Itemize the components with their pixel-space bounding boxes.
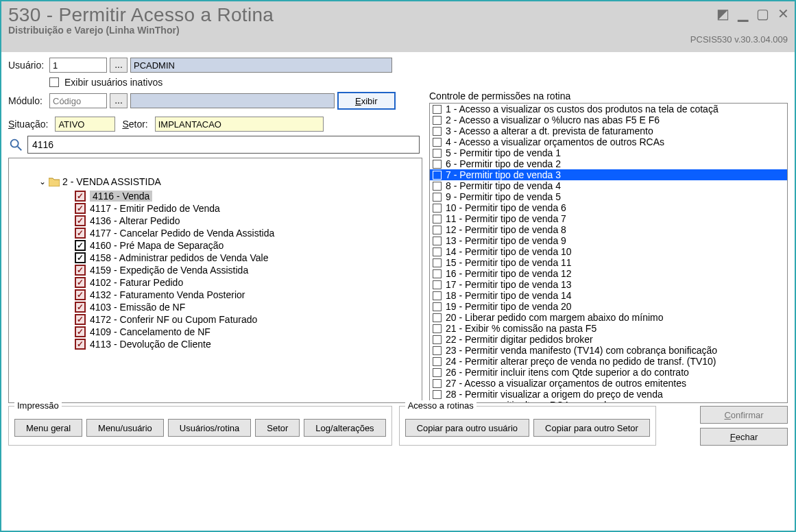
- tree-item[interactable]: ✓4103 - Emissão de NF: [9, 301, 422, 313]
- exibir-inativos-checkbox[interactable]: [49, 77, 59, 87]
- search-icon[interactable]: [8, 137, 23, 152]
- confirm-button[interactable]: Confirmar: [700, 406, 788, 424]
- permission-checkbox[interactable]: [433, 237, 442, 245]
- tree-item[interactable]: ✓4113 - Devolução de Cliente: [9, 338, 422, 350]
- chevron-down-icon[interactable]: ⌄: [39, 177, 46, 186]
- permission-checkbox[interactable]: [433, 313, 442, 322]
- permission-item[interactable]: 3 - Acesso a alterar a dt. prevista de f…: [430, 125, 787, 136]
- permission-item[interactable]: 1 - Acesso a visualizar os custos dos pr…: [430, 104, 787, 114]
- print-button[interactable]: Log/alterações: [304, 419, 385, 437]
- permission-item[interactable]: 5 - Permitir tipo de venda 1: [430, 147, 787, 158]
- permission-checkbox[interactable]: [433, 171, 442, 180]
- permission-checkbox[interactable]: [433, 379, 442, 388]
- tree-checkbox-icon[interactable]: ✓: [75, 240, 86, 251]
- permission-item[interactable]: 26 - Permitir incluir itens com Qtde sup…: [430, 367, 787, 378]
- print-button[interactable]: Menu/usuário: [86, 419, 164, 437]
- permission-item[interactable]: 4 - Acesso a visualizar orçamentos de ou…: [430, 136, 787, 147]
- access-button[interactable]: Copiar para outro usuário: [405, 419, 529, 437]
- permission-item[interactable]: 24 - Permitir alterar preço de venda no …: [430, 356, 787, 367]
- tree-item[interactable]: ✓4102 - Faturar Pedido: [9, 276, 422, 289]
- permission-item[interactable]: 29 - Não permitir alterar RCA na venda: [430, 400, 787, 403]
- permission-item[interactable]: 11 - Permitir tipo de venda 7: [430, 213, 787, 224]
- modulo-lookup-button[interactable]: ...: [110, 93, 128, 108]
- tree-item[interactable]: ✓4172 - Conferir NF ou Cupom Faturado: [9, 313, 422, 326]
- search-input[interactable]: [27, 136, 420, 154]
- permission-checkbox[interactable]: [433, 215, 442, 223]
- situacao-input[interactable]: [55, 117, 115, 132]
- tree-checkbox-icon[interactable]: ✓: [75, 228, 86, 239]
- routine-tree[interactable]: ⌄ 2 - VENDA ASSISTIDA ✓4116 - Venda✓4117…: [8, 158, 422, 403]
- usuario-lookup-button[interactable]: ...: [110, 58, 128, 73]
- close-icon[interactable]: ✕: [777, 7, 789, 21]
- permission-checkbox[interactable]: [433, 280, 442, 289]
- permission-checkbox[interactable]: [433, 269, 442, 278]
- permission-item[interactable]: 19 - Permitir tipo de venda 20: [430, 301, 787, 312]
- permission-item[interactable]: 8 - Permitir tipo de venda 4: [430, 180, 787, 191]
- permission-checkbox[interactable]: [433, 390, 442, 399]
- permission-item[interactable]: 23 - Permitir venda manifesto (TV14) com…: [430, 345, 787, 356]
- tree-checkbox-icon[interactable]: ✓: [75, 191, 86, 202]
- permission-item[interactable]: 22 - Permitir digitar pedidos broker: [430, 334, 787, 345]
- permission-item[interactable]: 9 - Permitir tipo de venda 5: [430, 191, 787, 202]
- tree-item[interactable]: ✓4132 - Faturamento Venda Posterior: [9, 289, 422, 301]
- permission-checkbox[interactable]: [433, 368, 442, 377]
- maximize-icon[interactable]: ▢: [756, 7, 769, 21]
- permission-checkbox[interactable]: [433, 247, 442, 256]
- tree-checkbox-icon[interactable]: ✓: [75, 215, 86, 226]
- access-button[interactable]: Copiar para outro Setor: [533, 419, 650, 437]
- tree-checkbox-icon[interactable]: ✓: [75, 277, 86, 288]
- permission-checkbox[interactable]: [433, 204, 442, 213]
- usuario-name-input[interactable]: [130, 58, 392, 73]
- permission-checkbox[interactable]: [433, 160, 442, 169]
- permission-item[interactable]: 7 - Permitir tipo de venda 3: [430, 169, 787, 180]
- permission-item[interactable]: 13 - Permitir tipo de venda 9: [430, 235, 787, 246]
- tree-item[interactable]: ✓4160 - Pré Mapa de Separação: [9, 239, 422, 252]
- permission-item[interactable]: 12 - Permitir tipo de venda 8: [430, 224, 787, 235]
- permission-item[interactable]: 15 - Permitir tipo de venda 11: [430, 257, 787, 268]
- permission-checkbox[interactable]: [433, 193, 442, 202]
- print-button[interactable]: Usuários/rotina: [168, 419, 251, 437]
- permission-item[interactable]: 27 - Acesso a visualizar orçamentos de o…: [430, 378, 787, 389]
- tree-item[interactable]: ✓4116 - Venda: [9, 190, 422, 202]
- modulo-name-input[interactable]: [130, 93, 335, 108]
- tree-item[interactable]: ✓4109 - Cancelamento de NF: [9, 326, 422, 338]
- tree-checkbox-icon[interactable]: ✓: [75, 326, 86, 337]
- permission-checkbox[interactable]: [433, 226, 442, 234]
- permission-checkbox[interactable]: [433, 302, 442, 311]
- tree-checkbox-icon[interactable]: ✓: [75, 289, 86, 300]
- permission-checkbox[interactable]: [433, 182, 442, 191]
- permission-item[interactable]: 6 - Permitir tipo de venda 2: [430, 158, 787, 169]
- modulo-code-input[interactable]: [49, 93, 107, 108]
- permission-checkbox[interactable]: [433, 138, 442, 147]
- permission-checkbox[interactable]: [433, 149, 442, 158]
- permission-item[interactable]: 10 - Permitir tipo de venda 6: [430, 202, 787, 213]
- print-button[interactable]: Menu geral: [14, 419, 82, 437]
- tree-item[interactable]: ✓4117 - Emitir Pedido de Venda: [9, 202, 422, 215]
- permission-item[interactable]: 16 - Permitir tipo de venda 12: [430, 268, 787, 279]
- usuario-code-input[interactable]: [49, 58, 107, 73]
- tree-checkbox-icon[interactable]: ✓: [75, 339, 86, 350]
- permission-item[interactable]: 14 - Permitir tipo de venda 10: [430, 246, 787, 257]
- tree-item[interactable]: ✓4159 - Expedição de Venda Assistida: [9, 264, 422, 276]
- permission-checkbox[interactable]: [433, 291, 442, 300]
- tree-checkbox-icon[interactable]: ✓: [75, 265, 86, 276]
- permission-checkbox[interactable]: [433, 346, 442, 355]
- tree-folder[interactable]: ⌄ 2 - VENDA ASSISTIDA: [9, 175, 422, 190]
- permission-item[interactable]: 20 - Liberar pedido com margem abaixo do…: [430, 312, 787, 323]
- permission-checkbox[interactable]: [433, 335, 442, 344]
- permission-checkbox[interactable]: [433, 324, 442, 333]
- minimize-icon[interactable]: ▁: [738, 7, 748, 21]
- close-button[interactable]: Fechar: [700, 428, 788, 446]
- permission-item[interactable]: 2 - Acesso a visualizar o %lucro nas aba…: [430, 114, 787, 125]
- permission-checkbox[interactable]: [433, 127, 442, 136]
- permission-item[interactable]: 21 - Exibir % comissão na pasta F5: [430, 323, 787, 334]
- setor-input[interactable]: [155, 117, 324, 132]
- permission-checkbox[interactable]: [433, 105, 442, 114]
- permission-checkbox[interactable]: [433, 357, 442, 366]
- permission-item[interactable]: 28 - Permitir visualizar a origem do pre…: [430, 389, 787, 400]
- permission-item[interactable]: 18 - Permitir tipo de venda 14: [430, 290, 787, 301]
- tree-item[interactable]: ✓4177 - Cancelar Pedido de Venda Assisti…: [9, 227, 422, 239]
- tree-checkbox-icon[interactable]: ✓: [75, 302, 86, 313]
- permissions-list[interactable]: 1 - Acesso a visualizar os custos dos pr…: [429, 103, 788, 403]
- permission-checkbox[interactable]: [433, 116, 442, 125]
